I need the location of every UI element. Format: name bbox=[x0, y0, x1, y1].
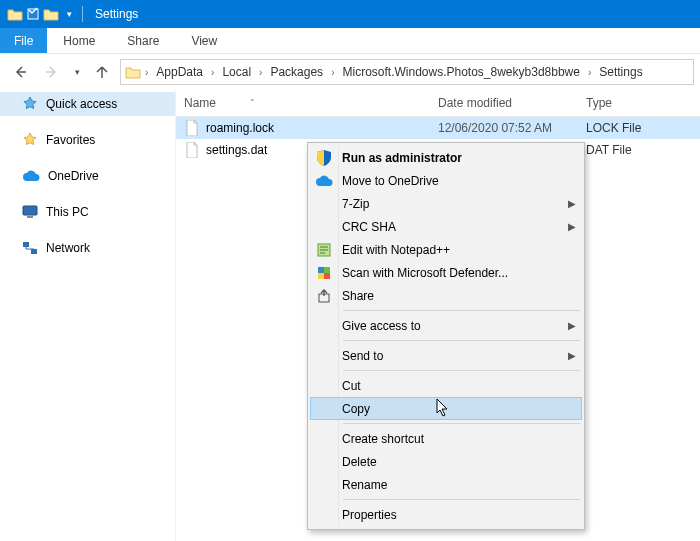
notepadpp-icon bbox=[310, 243, 338, 257]
sidebar-item-label: Favorites bbox=[46, 133, 95, 147]
tab-view[interactable]: View bbox=[175, 28, 233, 53]
ctx-crc-sha[interactable]: CRC SHA ▶ bbox=[310, 215, 582, 238]
svg-rect-9 bbox=[324, 267, 330, 273]
address-folder-icon bbox=[125, 65, 141, 79]
sort-indicator-icon: ˄ bbox=[250, 98, 255, 108]
ctx-share[interactable]: Share bbox=[310, 284, 582, 307]
column-headers: Name˄ Date modified Type bbox=[176, 90, 700, 117]
separator bbox=[343, 310, 580, 311]
shield-icon bbox=[310, 150, 338, 166]
cloud-icon bbox=[310, 175, 338, 187]
svg-rect-5 bbox=[23, 242, 29, 247]
svg-rect-6 bbox=[31, 249, 37, 254]
sidebar-item-label: This PC bbox=[46, 205, 89, 219]
svg-rect-11 bbox=[324, 273, 330, 279]
submenu-arrow-icon: ▶ bbox=[562, 350, 582, 361]
defender-icon bbox=[310, 266, 338, 280]
folder-icon bbox=[6, 5, 24, 23]
star-icon bbox=[22, 132, 38, 148]
chevron-right-icon[interactable]: › bbox=[143, 67, 150, 78]
ctx-rename[interactable]: Rename bbox=[310, 473, 582, 496]
sidebar-item-label: Quick access bbox=[46, 97, 117, 111]
nav-back-button[interactable] bbox=[6, 58, 34, 86]
chevron-right-icon[interactable]: › bbox=[586, 67, 593, 78]
ctx-copy[interactable]: Copy bbox=[310, 397, 582, 420]
sidebar-item-quick-access[interactable]: Quick access bbox=[0, 92, 175, 116]
breadcrumb[interactable]: Microsoft.Windows.Photos_8wekyb3d8bbwe bbox=[338, 65, 583, 79]
nav-up-button[interactable] bbox=[88, 58, 116, 86]
ctx-delete[interactable]: Delete bbox=[310, 450, 582, 473]
tab-file[interactable]: File bbox=[0, 28, 47, 53]
breadcrumb[interactable]: AppData bbox=[152, 65, 207, 79]
ctx-edit-notepadpp[interactable]: Edit with Notepad++ bbox=[310, 238, 582, 261]
context-menu: Run as administrator Move to OneDrive 7-… bbox=[307, 142, 585, 530]
file-row[interactable]: roaming.lock 12/06/2020 07:52 AM LOCK Fi… bbox=[176, 117, 700, 139]
monitor-icon bbox=[22, 205, 38, 219]
sidebar-item-favorites[interactable]: Favorites bbox=[0, 128, 175, 152]
separator bbox=[343, 340, 580, 341]
file-type: LOCK File bbox=[578, 121, 700, 135]
submenu-arrow-icon: ▶ bbox=[562, 320, 582, 331]
ctx-create-shortcut[interactable]: Create shortcut bbox=[310, 427, 582, 450]
tab-home[interactable]: Home bbox=[47, 28, 111, 53]
svg-rect-3 bbox=[23, 206, 37, 215]
sidebar-item-network[interactable]: Network bbox=[0, 236, 175, 260]
svg-rect-10 bbox=[318, 273, 324, 279]
svg-rect-8 bbox=[318, 267, 324, 273]
address-bar[interactable]: › AppData › Local › Packages › Microsoft… bbox=[120, 59, 694, 85]
submenu-arrow-icon: ▶ bbox=[562, 221, 582, 232]
breadcrumb[interactable]: Local bbox=[218, 65, 255, 79]
ctx-properties[interactable]: Properties bbox=[310, 503, 582, 526]
sidebar-item-this-pc[interactable]: This PC bbox=[0, 200, 175, 224]
file-name: roaming.lock bbox=[206, 121, 274, 135]
submenu-arrow-icon: ▶ bbox=[562, 198, 582, 209]
cloud-icon bbox=[22, 170, 40, 182]
qat-new-folder-icon[interactable] bbox=[42, 5, 60, 23]
ctx-cut[interactable]: Cut bbox=[310, 374, 582, 397]
ctx-scan-defender[interactable]: Scan with Microsoft Defender... bbox=[310, 261, 582, 284]
file-icon bbox=[184, 142, 200, 158]
ribbon: File Home Share View bbox=[0, 28, 700, 54]
chevron-right-icon[interactable]: › bbox=[209, 67, 216, 78]
breadcrumb[interactable]: Settings bbox=[595, 65, 646, 79]
ctx-7zip[interactable]: 7-Zip ▶ bbox=[310, 192, 582, 215]
separator bbox=[343, 499, 580, 500]
sidebar-item-label: Network bbox=[46, 241, 90, 255]
chevron-right-icon[interactable]: › bbox=[257, 67, 264, 78]
window-title: Settings bbox=[95, 7, 138, 21]
nav-forward-button[interactable] bbox=[38, 58, 66, 86]
qat-properties-icon[interactable] bbox=[24, 5, 42, 23]
nav-history-dropdown[interactable]: ▾ bbox=[70, 58, 84, 86]
file-icon bbox=[184, 120, 200, 136]
ctx-run-as-admin[interactable]: Run as administrator bbox=[310, 146, 582, 169]
tab-share[interactable]: Share bbox=[111, 28, 175, 53]
navigation-bar: ▾ › AppData › Local › Packages › Microso… bbox=[0, 54, 700, 90]
qat-dropdown-icon[interactable]: ▾ bbox=[60, 5, 78, 23]
title-bar: ▾ Settings bbox=[0, 0, 700, 28]
sidebar-item-label: OneDrive bbox=[48, 169, 99, 183]
column-header-name[interactable]: Name˄ bbox=[176, 96, 430, 110]
quick-access-toolbar: ▾ bbox=[0, 5, 87, 23]
chevron-right-icon[interactable]: › bbox=[329, 67, 336, 78]
separator bbox=[343, 423, 580, 424]
column-header-date[interactable]: Date modified bbox=[430, 96, 578, 110]
file-type: DAT File bbox=[578, 143, 700, 157]
navigation-pane: Quick access Favorites OneDrive This PC … bbox=[0, 90, 176, 541]
sidebar-item-onedrive[interactable]: OneDrive bbox=[0, 164, 175, 188]
column-header-type[interactable]: Type bbox=[578, 96, 700, 110]
ctx-send-to[interactable]: Send to ▶ bbox=[310, 344, 582, 367]
file-name: settings.dat bbox=[206, 143, 267, 157]
svg-rect-4 bbox=[27, 216, 33, 218]
share-icon bbox=[310, 289, 338, 303]
ctx-give-access-to[interactable]: Give access to ▶ bbox=[310, 314, 582, 337]
breadcrumb[interactable]: Packages bbox=[266, 65, 327, 79]
network-icon bbox=[22, 241, 38, 255]
star-icon bbox=[22, 96, 38, 112]
separator bbox=[343, 370, 580, 371]
ctx-move-to-onedrive[interactable]: Move to OneDrive bbox=[310, 169, 582, 192]
file-date: 12/06/2020 07:52 AM bbox=[430, 121, 578, 135]
